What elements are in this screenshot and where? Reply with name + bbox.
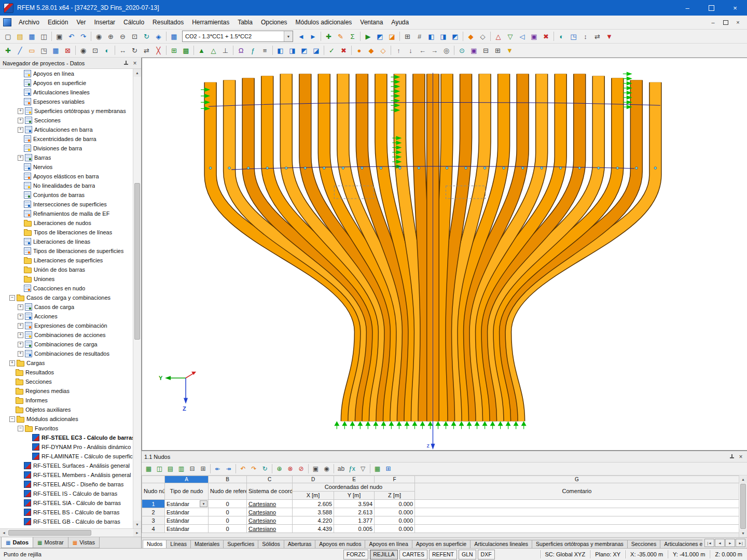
- tables-icon[interactable]: ≡: [259, 45, 271, 56]
- tree-item-rf-steel-gb-calculo-de-barras[interactable]: RF-STEEL GB - Cálculo de barras: [0, 517, 133, 526]
- tree-item-apoyos-elasticos-en-barra[interactable]: Apoyos elásticos en barra: [0, 172, 133, 181]
- center-of-gravity-icon[interactable]: ⊙: [456, 45, 468, 56]
- tree-item-cargas[interactable]: +Cargas: [0, 358, 133, 368]
- tree-item-superficies-ortotropas-y-membranas[interactable]: +Superficies ortótropas y membranas: [0, 106, 133, 116]
- find-node-icon[interactable]: ◉: [321, 464, 332, 474]
- tree-item-rf-steel-members-analisis-general[interactable]: RF-STEEL Members - Análisis general: [0, 470, 133, 480]
- tree-item-liberaciones-de-superficies[interactable]: Liberaciones de superficies: [0, 256, 133, 265]
- tree-item-combinaciones-de-carga[interactable]: +Combinaciones de carga: [0, 340, 133, 349]
- new-model-icon[interactable]: ▢: [2, 31, 14, 42]
- menu-opciones[interactable]: Opciones: [257, 16, 292, 29]
- close-button[interactable]: ×: [723, 0, 747, 16]
- tree-item-secciones[interactable]: +Secciones: [0, 116, 133, 125]
- undo-icon[interactable]: ↶: [65, 31, 77, 42]
- cell-reference-node[interactable]: 0: [209, 500, 247, 508]
- clear-row-icon[interactable]: ⊘: [296, 464, 307, 474]
- table-tab-articulaciones-lineales[interactable]: Articulaciones lineales: [470, 540, 532, 548]
- pin-icon[interactable]: [123, 60, 129, 66]
- row-options-icon[interactable]: ▤: [165, 464, 176, 474]
- expand-toggle[interactable]: +: [18, 304, 23, 310]
- table-tab-lineas[interactable]: Líneas: [166, 540, 191, 548]
- scroll-right-icon[interactable]: [133, 529, 141, 537]
- snap-icon[interactable]: #: [413, 31, 425, 42]
- toggle-gln[interactable]: GLN: [459, 550, 476, 559]
- row-number[interactable]: 3: [142, 516, 165, 525]
- insert-row-icon[interactable]: ⊕: [274, 464, 285, 474]
- expand-toggle[interactable]: +: [18, 342, 23, 347]
- expand-toggle[interactable]: +: [18, 314, 23, 319]
- child-restore-button[interactable]: [720, 18, 731, 27]
- pin-icon[interactable]: [729, 454, 735, 460]
- open-model-icon[interactable]: ▤: [14, 31, 26, 42]
- deformation-results-icon[interactable]: ◪: [386, 31, 398, 42]
- table-tab-materiales[interactable]: Materiales: [190, 540, 224, 548]
- cell-coordinate-system[interactable]: Cartesiano: [247, 500, 293, 508]
- scrollbar-thumb[interactable]: [8, 530, 91, 536]
- navigator-tab-mostrar[interactable]: Mostrar: [33, 537, 68, 548]
- tree-item-favoritos[interactable]: −Favoritos: [0, 424, 133, 433]
- tree-item-acciones[interactable]: +Acciones: [0, 312, 133, 321]
- visibility-z-icon[interactable]: ◩: [298, 45, 310, 56]
- visibility-x-icon[interactable]: ◧: [274, 45, 286, 56]
- scroll-down-icon[interactable]: [133, 521, 141, 528]
- line-support-icon[interactable]: △: [208, 45, 219, 56]
- expand-toggle[interactable]: +: [18, 351, 23, 357]
- tree-item-rf-laminate-calculo-de-superficies[interactable]: RF-LAMINATE - Cálculo de superficies: [0, 452, 133, 461]
- redo-table-icon[interactable]: ↷: [248, 464, 259, 474]
- menu-archivo[interactable]: Archivo: [15, 16, 44, 29]
- column-letter-g[interactable]: G: [415, 476, 739, 483]
- column-letter-c[interactable]: C: [247, 476, 293, 483]
- cell-y[interactable]: 3.594: [334, 500, 375, 508]
- tree-item-intersecciones-de-superficies[interactable]: Intersecciones de superficies: [0, 200, 133, 209]
- cell-comment[interactable]: [415, 525, 739, 533]
- previous-load-case-icon[interactable]: ◄: [295, 31, 307, 42]
- tree-item-rf-steel-is-calculo-de-barras[interactable]: RF-STEEL IS - Cálculo de barras: [0, 489, 133, 498]
- tree-item-union-de-dos-barras[interactable]: Unión de dos barras: [0, 265, 133, 274]
- new-surface-icon[interactable]: ▭: [26, 45, 38, 56]
- toggle-dxf[interactable]: DXF: [478, 550, 495, 559]
- view-x-icon[interactable]: △: [492, 31, 504, 42]
- table-tab-superficies[interactable]: Superficies: [223, 540, 258, 548]
- tree-item-barras[interactable]: +Barras: [0, 153, 133, 162]
- column-letter-f[interactable]: F: [375, 476, 415, 483]
- menu-ayuda[interactable]: Ayuda: [387, 16, 413, 29]
- expand-toggle[interactable]: +: [18, 118, 23, 123]
- close-icon[interactable]: ×: [737, 453, 744, 460]
- print-graphic-icon[interactable]: ◫: [38, 31, 50, 42]
- table-tab-secciones[interactable]: Secciones: [627, 540, 660, 548]
- cell-reference-node[interactable]: 0: [209, 525, 247, 533]
- copy-icon[interactable]: ▣: [53, 31, 65, 42]
- tree-horizontal-scrollbar[interactable]: [0, 528, 141, 537]
- table-view-icon[interactable]: ▦: [143, 464, 154, 474]
- tree-item-espesores-variables[interactable]: Espesores variables: [0, 97, 133, 106]
- select-all-icon[interactable]: ◉: [77, 45, 89, 56]
- tree-item-conjuntos-de-barras[interactable]: Conjuntos de barras: [0, 190, 133, 200]
- cell-y[interactable]: 1.377: [334, 516, 375, 525]
- expand-toggle[interactable]: −: [9, 416, 15, 422]
- column-letter-b[interactable]: B: [209, 476, 247, 483]
- tree-item-modulos-adicionales[interactable]: −Módulos adicionales: [0, 414, 133, 424]
- scrollbar-thumb[interactable]: [740, 484, 746, 529]
- expand-toggle[interactable]: +: [18, 108, 23, 114]
- child-minimize-button[interactable]: –: [707, 18, 719, 27]
- expand-toggle[interactable]: +: [9, 360, 15, 366]
- tree-item-expresiones-de-combinacion[interactable]: +Expresiones de combinación: [0, 321, 133, 330]
- child-close-button[interactable]: ×: [732, 18, 744, 27]
- view-top-icon[interactable]: ↑: [393, 45, 405, 56]
- expand-toggle[interactable]: +: [18, 323, 23, 329]
- select-in-graphic-icon[interactable]: ▣: [310, 464, 321, 474]
- next-load-case-icon[interactable]: ►: [307, 31, 319, 42]
- menu-edicion[interactable]: Edición: [44, 16, 72, 29]
- menu-herramientas[interactable]: Herramientas: [188, 16, 233, 29]
- table-tab-apoyos-en-linea[interactable]: Apoyos en línea: [365, 540, 412, 548]
- menu-resultados[interactable]: Resultados: [148, 16, 188, 29]
- cell-x[interactable]: 4.439: [293, 525, 334, 533]
- table-tab-articulaciones-en-barra[interactable]: Articulaciones en barra: [660, 540, 702, 548]
- tree-item-nervios[interactable]: Nervios: [0, 162, 133, 172]
- view-y-icon[interactable]: ▽: [504, 31, 516, 42]
- redo-icon[interactable]: ↷: [77, 31, 89, 42]
- first-row-icon[interactable]: ↞: [212, 464, 223, 474]
- cell-coordinate-system[interactable]: Cartesiano: [247, 508, 293, 516]
- table-tab-apoyos-en-superficie[interactable]: Apoyos en superficie: [412, 540, 471, 548]
- fit-height-icon[interactable]: ↕: [579, 31, 591, 42]
